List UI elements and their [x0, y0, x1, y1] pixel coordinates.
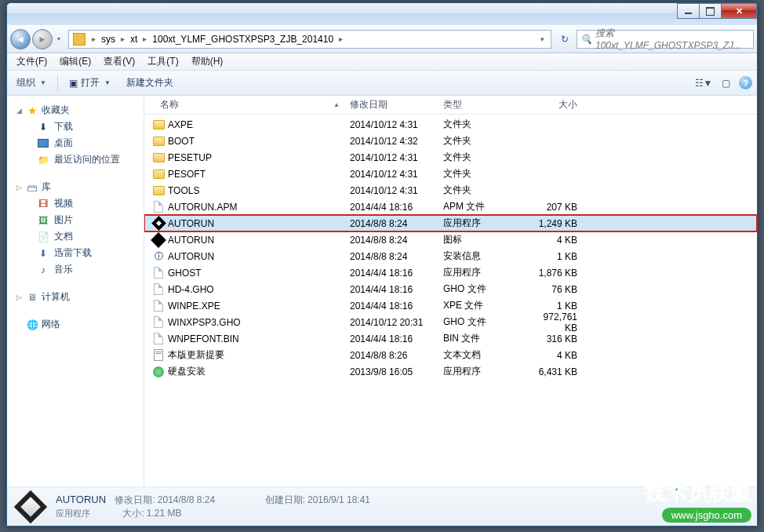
- file-type: 文件夹: [438, 182, 525, 199]
- new-folder-button[interactable]: 新建文件夹: [122, 75, 178, 91]
- menu-edit[interactable]: 编辑(E): [53, 53, 97, 70]
- file-size: 4 KB: [525, 231, 583, 248]
- file-size: 76 KB: [525, 281, 583, 297]
- image-icon: 🖼: [37, 214, 49, 227]
- file-type: 文件夹: [438, 133, 525, 149]
- search-input[interactable]: 🔍 搜索 100xt_YLMF_GHOSTXPSP3_ZJ...: [577, 30, 754, 49]
- file-name: PESOFT: [168, 169, 206, 180]
- menu-help[interactable]: 帮助(H): [185, 53, 230, 70]
- file-row[interactable]: WINPE.XPE2014/4/4 18:16XPE 文件1 KB: [144, 297, 757, 314]
- file-date: 2014/4/4 18:16: [345, 330, 438, 347]
- file-size: [525, 182, 583, 199]
- breadcrumb[interactable]: ▸ sys ▸ xt ▸ 100xt_YLMF_GHOSTXPSP3_ZJB_2…: [68, 30, 551, 49]
- libraries-header[interactable]: ▷🗃库: [7, 179, 144, 195]
- open-button[interactable]: ▣打开▼: [64, 75, 115, 91]
- column-size[interactable]: 大小: [525, 96, 583, 114]
- menu-file[interactable]: 文件(F): [10, 53, 53, 70]
- file-size: 1,249 KB: [525, 215, 583, 231]
- watermark: 技术员联盟 www.jsgho.com: [646, 479, 751, 523]
- file-row[interactable]: AXPE2014/10/12 4:31文件夹: [144, 116, 757, 133]
- file-date: 2014/10/12 4:32: [345, 133, 438, 149]
- breadcrumb-item[interactable]: 100xt_YLMF_GHOSTXPSP3_ZJB_201410: [151, 34, 335, 45]
- file-row[interactable]: AUTORUN.APM2014/4/4 18:16APM 文件207 KB: [144, 199, 757, 215]
- file-type: 图标: [438, 231, 525, 248]
- computer-header[interactable]: ▷🖥计算机: [7, 289, 144, 305]
- maximize-button[interactable]: [699, 3, 722, 19]
- refresh-button[interactable]: ↻: [556, 31, 573, 48]
- expand-icon: ▷: [15, 293, 23, 301]
- file-row[interactable]: HD-4.GHO2014/4/4 18:16GHO 文件76 KB: [144, 281, 757, 297]
- file-size: [525, 149, 583, 166]
- watermark-text: 技术员联盟: [646, 479, 751, 506]
- file-size: [525, 166, 583, 182]
- sidebar-item-documents[interactable]: 📄文档: [7, 228, 144, 245]
- sidebar-item-xunlei[interactable]: ⬇迅雷下载: [7, 245, 144, 261]
- file-size: 4 KB: [525, 347, 583, 363]
- star-icon: ★: [26, 104, 38, 117]
- minimize-button[interactable]: [677, 3, 700, 19]
- download-icon: ⬇: [37, 121, 49, 133]
- network-header[interactable]: 🌐网络: [7, 316, 144, 333]
- sidebar-item-recent[interactable]: 📁最近访问的位置: [7, 151, 144, 168]
- status-text: AUTORUN 修改日期: 2014/8/8 8:24 创建日期: 2016/9…: [56, 494, 370, 520]
- file-type: 文件夹: [438, 166, 525, 182]
- column-date[interactable]: 修改日期: [345, 96, 438, 114]
- file-row[interactable]: WNPEFONT.BIN2014/4/4 18:16BIN 文件316 KB: [144, 330, 757, 347]
- menu-view[interactable]: 查看(V): [97, 53, 141, 70]
- file-date: 2014/10/12 4:31: [345, 116, 438, 133]
- sidebar: ◢★收藏夹 ⬇下载 桌面 📁最近访问的位置 ▷🗃库 🎞视频 🖼图片 📄文档 ⬇迅…: [7, 96, 144, 486]
- file-row[interactable]: AUTORUN2014/8/8 8:24应用程序1,249 KB: [144, 215, 757, 231]
- file-row[interactable]: 硬盘安装2013/9/8 16:05应用程序6,431 KB: [144, 363, 757, 380]
- breadcrumb-item[interactable]: xt: [129, 34, 139, 45]
- file-row[interactable]: PESETUP2014/10/12 4:31文件夹: [144, 149, 757, 166]
- preview-pane-button[interactable]: ▢: [717, 75, 734, 92]
- video-icon: 🎞: [37, 198, 49, 210]
- file-type: 文本文档: [438, 347, 525, 363]
- sidebar-item-pictures[interactable]: 🖼图片: [7, 212, 144, 228]
- file-type: APM 文件: [438, 199, 525, 215]
- file-list[interactable]: AXPE2014/10/12 4:31文件夹BOOT2014/10/12 4:3…: [144, 115, 757, 486]
- help-button[interactable]: ?: [739, 76, 752, 89]
- file-name: AUTORUN: [168, 251, 214, 262]
- column-type[interactable]: 类型: [438, 96, 525, 114]
- sidebar-item-desktop[interactable]: 桌面: [7, 135, 144, 151]
- close-button[interactable]: [721, 3, 757, 19]
- back-button[interactable]: ◄: [10, 29, 31, 49]
- file-name: GHOST: [168, 268, 202, 279]
- titlebar[interactable]: [7, 3, 757, 25]
- file-row[interactable]: WINXPSP3.GHO2014/10/12 20:31GHO 文件972,76…: [144, 314, 757, 330]
- history-dropdown[interactable]: ▾: [54, 32, 64, 46]
- network-group: 🌐网络: [7, 316, 144, 333]
- search-icon: 🔍: [580, 34, 592, 45]
- file-row[interactable]: TOOLS2014/10/12 4:31文件夹: [144, 182, 757, 199]
- file-row[interactable]: GHOST2014/4/4 18:16应用程序1,876 KB: [144, 264, 757, 281]
- favorites-header[interactable]: ◢★收藏夹: [7, 102, 144, 118]
- file-date: 2014/8/8 8:24: [345, 231, 438, 248]
- file-name: PESETUP: [168, 152, 212, 163]
- file-row[interactable]: ⓘAUTORUN2014/8/8 8:24安装信息1 KB: [144, 248, 757, 264]
- file-row[interactable]: BOOT2014/10/12 4:32文件夹: [144, 133, 757, 149]
- forward-button[interactable]: ►: [32, 29, 53, 49]
- file-name: AUTORUN: [168, 235, 214, 246]
- navigation-bar: ◄ ► ▾ ▸ sys ▸ xt ▸ 100xt_YLMF_GHOSTXPSP3…: [7, 25, 757, 53]
- column-name[interactable]: 名称▲: [144, 96, 345, 114]
- toolbar-right: ☷ ▼ ▢ ?: [695, 75, 752, 92]
- file-size: [525, 116, 583, 133]
- breadcrumb-dropdown[interactable]: ▾: [536, 35, 549, 43]
- file-type: BIN 文件: [438, 330, 525, 347]
- file-row[interactable]: AUTORUN2014/8/8 8:24图标4 KB: [144, 231, 757, 248]
- file-row[interactable]: PESOFT2014/10/12 4:31文件夹: [144, 166, 757, 182]
- breadcrumb-separator: ▸: [139, 35, 151, 43]
- file-row[interactable]: 本版更新提要2014/8/8 8:26文本文档4 KB: [144, 347, 757, 363]
- file-name: AUTORUN: [168, 218, 214, 229]
- organize-button[interactable]: 组织▼: [12, 75, 51, 91]
- sidebar-item-music[interactable]: ♪音乐: [7, 261, 144, 278]
- sidebar-item-videos[interactable]: 🎞视频: [7, 195, 144, 212]
- view-options-button[interactable]: ☷ ▼: [695, 75, 712, 92]
- menu-tools[interactable]: 工具(T): [141, 53, 184, 70]
- sidebar-item-downloads[interactable]: ⬇下载: [7, 118, 144, 135]
- watermark-url: www.jsgho.com: [662, 508, 751, 523]
- library-icon: 🗃: [26, 181, 38, 194]
- breadcrumb-item[interactable]: sys: [100, 34, 117, 45]
- file-size: [525, 133, 583, 149]
